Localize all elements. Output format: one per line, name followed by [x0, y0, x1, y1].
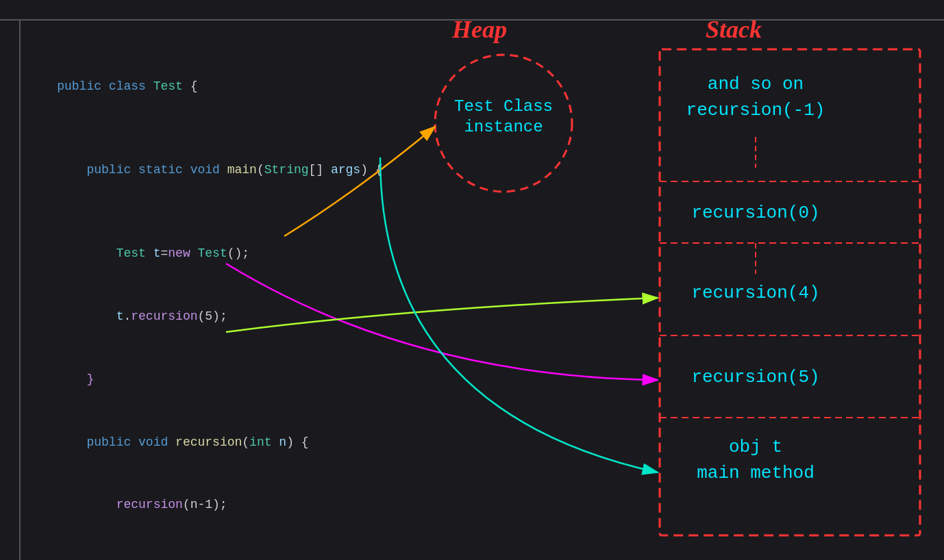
code-line-recursion-call: t.recursion(5); — [27, 285, 383, 348]
keyword-void2: void — [138, 435, 175, 449]
recursion-call: recursion — [131, 309, 197, 323]
main-method: main — [227, 163, 257, 177]
code-line-println: System.out.println(n); — [27, 537, 383, 560]
recursion4-text: recursion(4) — [691, 283, 819, 303]
code-line-new-test: Test t=new Test(); — [27, 222, 383, 285]
code-line-1: public class Test { — [27, 55, 383, 118]
recursion-inner-call: recursion — [116, 498, 183, 511]
recursion-method: recursion — [175, 435, 242, 449]
keyword-public: public — [57, 79, 109, 93]
test-type: Test — [116, 246, 146, 260]
keyword-new: new — [168, 246, 197, 260]
recursion5-text: recursion(5) — [691, 367, 819, 387]
keyword-static: static — [138, 163, 190, 177]
keyword-void: void — [190, 163, 227, 177]
arrow-teal — [380, 157, 658, 472]
code-line-blank2 — [27, 201, 383, 222]
args-param: args — [331, 163, 360, 177]
stack-outer-box — [660, 49, 920, 535]
int-type: int — [249, 435, 271, 449]
code-line-main: public static void main(String[] args) { — [27, 138, 383, 201]
code-line-blank1 — [27, 118, 383, 139]
heap-circle-text2: instance — [464, 118, 543, 136]
and-so-on-text: and so on — [708, 74, 804, 94]
keyword-public3: public — [86, 435, 138, 449]
keyword-public2: public — [86, 163, 138, 177]
var-t2: t — [116, 309, 124, 323]
test-constructor: Test — [198, 246, 227, 260]
stack-label: Stack — [706, 15, 762, 44]
heap-circle-text1: Test Class — [454, 97, 553, 116]
code-line-recursion-inner: recursion(n-1); — [27, 474, 383, 537]
string-type: String — [264, 163, 309, 177]
keyword-class: class — [109, 79, 153, 93]
recursion-neg1-text: recursion(-1) — [686, 100, 825, 120]
obj-t-text: obj t — [729, 437, 782, 457]
class-test: Test — [153, 79, 183, 93]
heap-circle — [435, 55, 572, 192]
var-t: t — [153, 246, 161, 260]
param-n: n — [279, 435, 286, 449]
code-line-close-main: } — [27, 348, 383, 411]
code-line-recursion-def: public void recursion(int n) { — [27, 411, 383, 474]
main-method-text: main method — [697, 463, 815, 483]
heap-label: Heap — [452, 15, 507, 44]
code-section: public class Test { public static void m… — [27, 55, 383, 560]
recursion0-text: recursion(0) — [691, 203, 819, 223]
vertical-bar — [19, 19, 21, 560]
